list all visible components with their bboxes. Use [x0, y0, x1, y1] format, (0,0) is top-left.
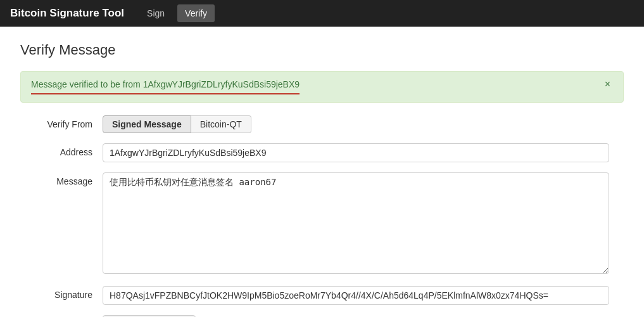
page-title: Verify Message [20, 42, 624, 58]
app-title: Bitcoin Signature Tool [10, 7, 124, 20]
address-group: Address [20, 143, 624, 162]
nav-verify[interactable]: Verify [177, 4, 215, 22]
bitcoin-qt-button[interactable]: Bitcoin-QT [191, 115, 251, 133]
alert-message: Message verified to be from 1AfxgwYJrBgr… [31, 79, 300, 94]
verify-from-button-group: Signed Message Bitcoin-QT [103, 115, 609, 133]
address-label: Address [20, 143, 103, 157]
success-alert: Message verified to be from 1AfxgwYJrBgr… [20, 71, 624, 103]
main-content: Verify Message Message verified to be fr… [0, 27, 644, 317]
nav-sign[interactable]: Sign [139, 4, 172, 22]
address-input[interactable] [103, 143, 609, 162]
message-label: Message [20, 172, 103, 186]
message-textarea[interactable] [103, 172, 609, 274]
verify-from-control: Signed Message Bitcoin-QT [103, 115, 609, 133]
address-control [103, 143, 609, 162]
signature-group: Signature [20, 286, 624, 305]
verify-from-group: Verify From Signed Message Bitcoin-QT [20, 115, 624, 133]
signature-label: Signature [20, 286, 103, 300]
message-group: Message [20, 172, 624, 276]
signature-control [103, 286, 609, 305]
message-control [103, 172, 609, 276]
navbar: Bitcoin Signature Tool Sign Verify [0, 0, 644, 27]
signature-input[interactable] [103, 286, 609, 305]
alert-close-button[interactable]: × [602, 79, 613, 89]
verify-from-label: Verify From [20, 115, 103, 129]
signed-message-button[interactable]: Signed Message [103, 115, 191, 133]
